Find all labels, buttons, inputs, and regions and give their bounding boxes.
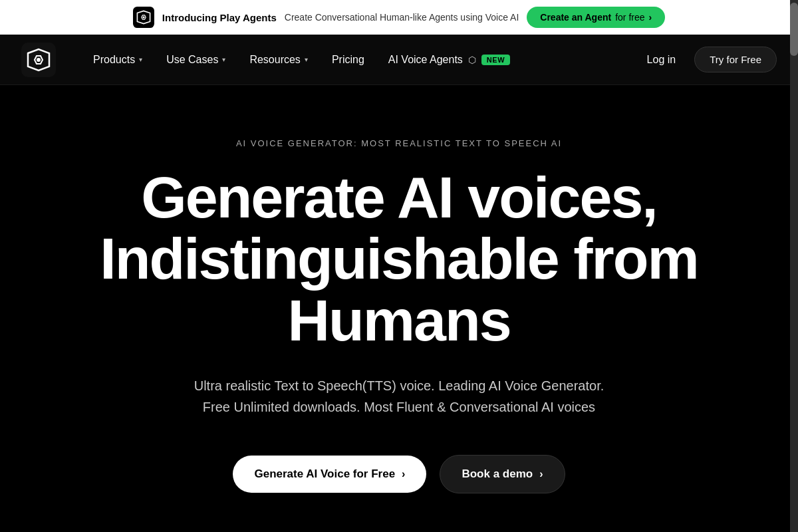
nav-item-products[interactable]: Products ▾ bbox=[82, 49, 153, 71]
announcement-title: Introducing Play Agents bbox=[162, 12, 277, 23]
scrollbar-thumb bbox=[790, 3, 798, 56]
nav-item-pricing[interactable]: Pricing bbox=[321, 49, 375, 71]
hero-title-line2: Indistinguishable from bbox=[100, 225, 698, 291]
book-demo-arrow-icon: › bbox=[539, 468, 543, 480]
page-scrollbar[interactable] bbox=[790, 0, 798, 532]
announcement-cta-button[interactable]: Create an Agent for free › bbox=[527, 7, 665, 28]
announcement-description: Create Conversational Human-like Agents … bbox=[285, 12, 519, 23]
hero-subtitle: Ultra realistic Text to Speech(TTS) voic… bbox=[194, 375, 604, 418]
nav-products-label: Products bbox=[93, 54, 135, 66]
navbar: Products ▾ Use Cases ▾ Resources ▾ Prici… bbox=[0, 35, 798, 85]
hero-buttons: Generate AI Voice for Free › Book a demo… bbox=[233, 455, 565, 493]
book-demo-button[interactable]: Book a demo › bbox=[440, 455, 565, 493]
nav-products-chevron-icon: ▾ bbox=[139, 56, 142, 63]
generate-voice-arrow-icon: › bbox=[402, 468, 405, 480]
hero-title-line1: Generate AI voices, bbox=[141, 164, 657, 230]
announcement-bar: Introducing Play Agents Create Conversat… bbox=[0, 0, 798, 35]
hero-eyebrow: AI VOICE GENERATOR: MOST REALISTIC TEXT … bbox=[236, 138, 562, 148]
nav-item-ai-voice-agents[interactable]: AI Voice Agents ⬡ NEW bbox=[378, 49, 521, 71]
try-free-label: Try for Free bbox=[710, 54, 761, 65]
nav-links: Products ▾ Use Cases ▾ Resources ▾ Prici… bbox=[82, 49, 639, 71]
nav-item-use-cases[interactable]: Use Cases ▾ bbox=[156, 49, 236, 71]
nav-ai-voice-agents-label: AI Voice Agents bbox=[388, 54, 463, 66]
nav-logo[interactable] bbox=[21, 43, 56, 77]
login-label: Log in bbox=[647, 54, 676, 65]
svg-point-3 bbox=[37, 58, 41, 62]
external-link-icon: ⬡ bbox=[468, 55, 476, 65]
announcement-logo-icon bbox=[133, 7, 154, 28]
book-demo-label: Book a demo bbox=[462, 467, 533, 481]
nav-use-cases-chevron-icon: ▾ bbox=[222, 56, 225, 63]
nav-pricing-label: Pricing bbox=[332, 54, 364, 66]
hero-title: Generate AI voices, Indistinguishable fr… bbox=[100, 167, 698, 351]
nav-resources-label: Resources bbox=[249, 54, 300, 66]
nav-use-cases-label: Use Cases bbox=[166, 54, 218, 66]
nav-right: Log in Try for Free bbox=[639, 47, 777, 72]
nav-item-resources[interactable]: Resources ▾ bbox=[239, 49, 318, 71]
generate-voice-button[interactable]: Generate AI Voice for Free › bbox=[233, 456, 426, 493]
announcement-cta-main: Create an Agent bbox=[540, 12, 611, 23]
announcement-cta-arrow: › bbox=[649, 12, 652, 23]
login-button[interactable]: Log in bbox=[639, 49, 684, 71]
new-badge: NEW bbox=[481, 55, 510, 65]
hero-title-line3: Humans bbox=[287, 287, 510, 353]
generate-voice-label: Generate AI Voice for Free bbox=[254, 467, 395, 481]
try-free-button[interactable]: Try for Free bbox=[694, 47, 777, 72]
logo-icon bbox=[21, 43, 56, 77]
announcement-cta-suffix: for free bbox=[615, 12, 644, 23]
hero-subtitle-line2: Free Unlimited downloads. Most Fluent & … bbox=[203, 400, 595, 414]
nav-resources-chevron-icon: ▾ bbox=[305, 56, 308, 63]
hero-subtitle-line1: Ultra realistic Text to Speech(TTS) voic… bbox=[194, 378, 604, 393]
hero-section: AI VOICE GENERATOR: MOST REALISTIC TEXT … bbox=[0, 85, 798, 532]
svg-point-1 bbox=[142, 16, 144, 18]
